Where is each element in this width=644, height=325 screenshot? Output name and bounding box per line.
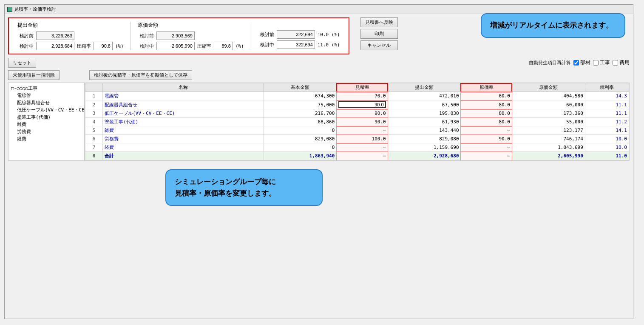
teishutsu-mae-value[interactable] xyxy=(36,31,74,40)
teishutsu-atsu-unit: (%) xyxy=(115,43,124,49)
cell-mitsumori-4[interactable]: — xyxy=(337,126,388,135)
kouji-checkbox[interactable] xyxy=(593,60,599,66)
buzai-checkbox[interactable] xyxy=(573,60,579,66)
cell-name-1[interactable]: 配線器具組合せ xyxy=(103,100,264,109)
tree-item-keihi[interactable]: 経費 xyxy=(10,135,82,143)
cell-teishutsu-0: 472,010 xyxy=(388,92,461,100)
teishutsu-chuu-label: 検討中 xyxy=(17,43,34,49)
th-no xyxy=(85,83,103,92)
title-bar: 見積率・原価率検討 xyxy=(5,5,633,14)
bottom-callout-line1: シミュレーショングループ毎に xyxy=(175,176,313,188)
reflect-button[interactable]: 見積書へ反映 xyxy=(360,17,398,27)
cell-genkakingaku-3: 55,000 xyxy=(512,118,585,126)
cell-soriritsu-3: 11.2 xyxy=(585,118,629,126)
cell-genkaritsu-3[interactable]: 80.0 xyxy=(461,118,512,126)
teishutsu-atsu-label: 圧縮率 xyxy=(77,43,91,49)
tree-item-tosou[interactable]: 塗装工事(代価) xyxy=(10,114,82,121)
cell-genkakingaku-4: 123,177 xyxy=(512,126,585,135)
data-table-wrapper: 名称 基本金額 見積率 提出金額 原価率 原価金額 粗利率 1電線管674,30… xyxy=(85,83,630,161)
th-mitsumori: 見積率 xyxy=(337,83,388,92)
cell-genkakingaku-6: 1,043,699 xyxy=(512,143,585,152)
cell-genkakingaku-1: 60,000 xyxy=(512,100,585,109)
save-initial-button[interactable]: 検討後の見積率・原価率を初期値として保存 xyxy=(89,70,192,80)
cell-genkaritsu-1[interactable]: 80.0 xyxy=(461,100,512,109)
cell-mitsumori-2[interactable]: 90.0 xyxy=(337,109,388,118)
genka-atsu-label: 圧縮率 xyxy=(197,43,211,49)
cell-name-5[interactable]: 労務費 xyxy=(103,135,264,143)
data-table: 名称 基本金額 見積率 提出金額 原価率 原価金額 粗利率 1電線管674,30… xyxy=(85,83,629,160)
th-genkaritsu: 原価率 xyxy=(461,83,512,92)
summary-box: 提出金額 検討前 検討中 圧縮率 (%) xyxy=(8,17,349,54)
cell-genkaritsu-5[interactable]: 90.0 xyxy=(461,135,512,143)
cell-genkaritsu-7[interactable]: — xyxy=(461,152,512,160)
cell-mitsumori-1[interactable] xyxy=(337,100,388,109)
cell-mitsumori-3[interactable]: 90.0 xyxy=(337,118,388,126)
hiyou-checkbox-label[interactable]: 費用 xyxy=(613,59,630,66)
cell-teishutsu-5: 829,080 xyxy=(388,135,461,143)
cell-soriritsu-4: 14.1 xyxy=(585,126,629,135)
teishutsu-atsu-value[interactable] xyxy=(94,42,113,50)
kouji-checkbox-label[interactable]: 工事 xyxy=(593,59,610,66)
rieki-mae-extra: 10.0 (%) xyxy=(318,32,340,37)
rieki-chuu-label: 検討中 xyxy=(258,42,274,48)
callout-area: シミュレーショングループ毎に 見積率・原価率を変更します。 xyxy=(8,161,630,229)
divider2 xyxy=(251,22,251,50)
cell-mitsumori-7[interactable]: — xyxy=(337,152,388,160)
bottom-callout-line2: 見積率・原価率を変更します。 xyxy=(175,188,313,199)
tree-item-root[interactable]: □-○○○○工事 xyxy=(10,85,82,92)
input-mitsumori-1[interactable] xyxy=(338,101,386,108)
cell-name-6[interactable]: 経費 xyxy=(103,143,264,152)
tree-item-teiatu[interactable]: 低圧ケーブル(VV・CV・EE・CE) xyxy=(10,106,82,114)
cell-mitsumori-6[interactable]: — xyxy=(337,143,388,152)
th-genkakingaku: 原価金額 xyxy=(512,83,585,92)
genka-atsu-unit: (%) xyxy=(235,43,244,49)
cell-genkaritsu-2[interactable]: 80.0 xyxy=(461,109,512,118)
cell-genkaritsu-0[interactable]: 60.0 xyxy=(461,92,512,100)
cell-kihon-0: 674,300 xyxy=(264,92,337,100)
cell-kihon-6: 0 xyxy=(264,143,337,152)
cancel-button[interactable]: キャンセル xyxy=(360,40,398,50)
toolbar-row1: リセット 自動発生項目再計算 部材 工事 費用 xyxy=(8,58,630,68)
cell-name-4[interactable]: 雑費 xyxy=(103,126,264,135)
cell-name-0[interactable]: 電線管 xyxy=(103,92,264,100)
cell-no-6: 7 xyxy=(85,143,103,152)
buzai-checkbox-label[interactable]: 部材 xyxy=(573,59,590,66)
top-callout-text: 増減がリアルタイムに表示されます。 xyxy=(490,21,613,29)
cell-genkaritsu-4[interactable]: — xyxy=(461,126,512,135)
teishutsu-chuu-value[interactable] xyxy=(36,42,74,50)
hiyou-checkbox[interactable] xyxy=(613,60,618,66)
cell-kihon-1: 75,000 xyxy=(264,100,337,109)
tree-item-roumuhi[interactable]: 労務費 xyxy=(10,128,82,135)
cell-mitsumori-5[interactable]: 100.0 xyxy=(337,135,388,143)
cell-name-7[interactable]: 合計 xyxy=(103,152,264,160)
cell-kihon-5: 829,080 xyxy=(264,135,337,143)
tree-item-zapphi[interactable]: 雑費 xyxy=(10,121,82,128)
genka-mae-value[interactable] xyxy=(156,31,195,40)
tree-item-haisen[interactable]: 配線器具組合せ xyxy=(10,99,82,106)
cell-teishutsu-3: 61,930 xyxy=(388,118,461,126)
print-button[interactable]: 印刷 xyxy=(360,29,398,39)
toolbar-row2: 未使用項目一括削除 検討後の見積率・原価率を初期値として保存 xyxy=(8,70,630,80)
genka-atsu-value[interactable] xyxy=(214,42,233,50)
cell-name-3[interactable]: 塗装工事(代価) xyxy=(103,118,264,126)
rieki-chuu-value[interactable] xyxy=(277,40,315,49)
buzai-label: 部材 xyxy=(580,59,590,66)
cell-teishutsu-6: 1,159,690 xyxy=(388,143,461,152)
tree-panel: □-○○○○工事 電線管 配線器具組合せ 低圧ケーブル(VV・CV・EE・CE)… xyxy=(8,83,85,161)
rieki-mae-value[interactable] xyxy=(277,30,315,39)
cell-soriritsu-5: 10.0 xyxy=(585,135,629,143)
teishutsu-title: 提出金額 xyxy=(17,22,124,29)
cell-genkaritsu-6[interactable]: — xyxy=(461,143,512,152)
th-name: 名称 xyxy=(103,83,264,92)
genka-chuu-value[interactable] xyxy=(156,42,195,50)
delete-unused-button[interactable]: 未使用項目一括削除 xyxy=(8,70,60,80)
cell-mitsumori-0[interactable]: 70.0 xyxy=(337,92,388,100)
cell-kihon-7: 1,863,940 xyxy=(264,152,337,160)
cell-name-2[interactable]: 低圧ケーブル(VV・CV・EE・CE) xyxy=(103,109,264,118)
rieki-block: 検討前 10.0 (%) 検討中 11.0 (%) xyxy=(254,22,344,49)
bottom-callout: シミュレーショングループ毎に 見積率・原価率を変更します。 xyxy=(165,169,323,206)
kouji-label: 工事 xyxy=(600,59,610,66)
reset-button[interactable]: リセット xyxy=(8,58,36,68)
cell-no-7: 8 xyxy=(85,152,103,160)
tree-item-densen[interactable]: 電線管 xyxy=(10,92,82,99)
